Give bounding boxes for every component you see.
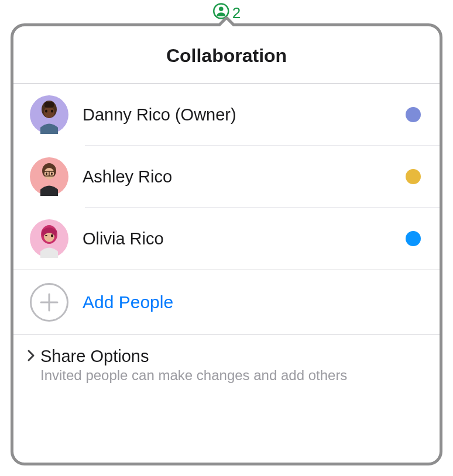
svg-point-13 [46, 173, 47, 175]
chevron-right-icon [26, 349, 36, 365]
svg-point-4 [44, 106, 54, 118]
svg-point-14 [51, 173, 53, 175]
person-row[interactable]: Danny Rico (Owner) [13, 84, 440, 146]
person-row[interactable]: Ashley Rico [13, 146, 440, 208]
svg-point-19 [51, 234, 53, 237]
svg-rect-5 [44, 102, 54, 108]
svg-point-18 [45, 235, 47, 236]
person-name: Danny Rico (Owner) [83, 105, 392, 125]
share-options-title: Share Options [40, 347, 149, 366]
status-dot [406, 169, 421, 184]
plus-icon [30, 283, 68, 322]
add-people-button[interactable]: Add People [13, 270, 440, 334]
avatar [30, 95, 68, 134]
share-options-subtitle: Invited people can make changes and add … [40, 367, 421, 384]
avatar [30, 219, 68, 258]
svg-point-1 [219, 7, 224, 12]
share-options-button[interactable]: Share Options Invited people can make ch… [13, 335, 440, 399]
person-name: Ashley Rico [83, 167, 392, 187]
people-list: Danny Rico (Owner) [13, 84, 440, 270]
person-row[interactable]: Olivia Rico [13, 208, 440, 270]
collaboration-popover: Collaboration Danny Rico (Owner) [11, 23, 442, 465]
svg-point-7 [51, 110, 53, 113]
status-dot [406, 107, 421, 122]
add-people-label: Add People [83, 292, 173, 312]
status-dot [406, 231, 421, 246]
avatar [30, 157, 68, 196]
person-name: Olivia Rico [83, 229, 392, 249]
svg-point-6 [45, 110, 47, 113]
